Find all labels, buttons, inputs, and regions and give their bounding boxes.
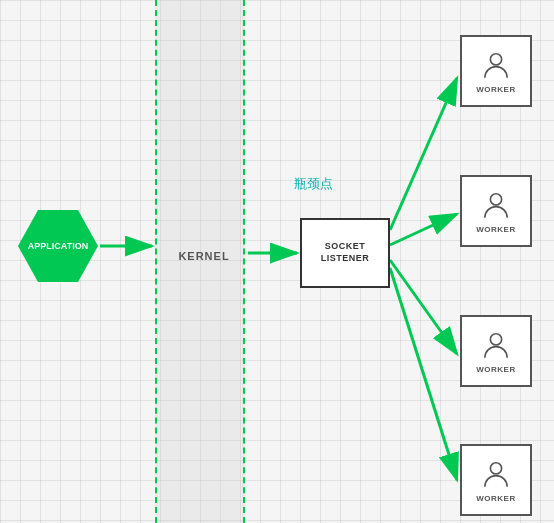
application-node: APPLICATION	[18, 210, 98, 282]
worker-icon-1	[480, 49, 512, 81]
worker-node-3: WORKER	[460, 315, 532, 387]
bottleneck-label: 瓶颈点	[294, 175, 333, 193]
svg-point-8	[490, 193, 501, 204]
svg-point-9	[490, 333, 501, 344]
kernel-label: KERNEL	[163, 250, 245, 262]
worker-label-3: WORKER	[476, 365, 515, 374]
socket-listener-label: SOCKETLISTENER	[321, 241, 370, 264]
svg-line-6	[390, 268, 457, 480]
worker-node-1: WORKER	[460, 35, 532, 107]
worker-label-2: WORKER	[476, 225, 515, 234]
worker-label-1: WORKER	[476, 85, 515, 94]
svg-line-4	[390, 214, 457, 245]
worker-icon-4	[480, 458, 512, 490]
svg-line-5	[390, 260, 457, 354]
worker-node-4: WORKER	[460, 444, 532, 516]
worker-icon-3	[480, 329, 512, 361]
diagram-container: APPLICATION KERNEL SOCKETLISTENER 瓶颈点 WO…	[0, 0, 554, 523]
svg-point-7	[490, 53, 501, 64]
application-label: APPLICATION	[28, 241, 88, 252]
svg-line-3	[390, 78, 457, 230]
worker-node-2: WORKER	[460, 175, 532, 247]
worker-label-4: WORKER	[476, 494, 515, 503]
worker-icon-2	[480, 189, 512, 221]
socket-listener-node: SOCKETLISTENER	[300, 218, 390, 288]
svg-point-10	[490, 462, 501, 473]
